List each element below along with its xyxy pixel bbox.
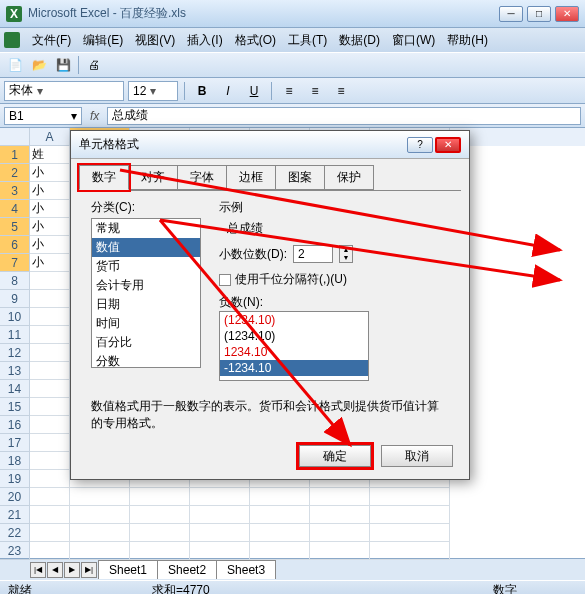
cell[interactable]: [30, 470, 70, 488]
category-listbox[interactable]: 常规数值货币会计专用日期时间百分比分数科学记数文本特殊自定义: [91, 218, 201, 368]
decimals-input[interactable]: 2: [293, 245, 333, 263]
thousands-checkbox[interactable]: 使用千位分隔符(,)(U): [219, 271, 449, 288]
cell[interactable]: [30, 290, 70, 308]
cell[interactable]: [190, 524, 250, 542]
cell[interactable]: [250, 506, 310, 524]
menu-item[interactable]: 文件(F): [26, 30, 77, 51]
cell[interactable]: [30, 524, 70, 542]
row-header[interactable]: 4: [0, 200, 30, 218]
menu-item[interactable]: 视图(V): [129, 30, 181, 51]
menu-item[interactable]: 帮助(H): [441, 30, 494, 51]
row-header[interactable]: 8: [0, 272, 30, 290]
sheet-tab[interactable]: Sheet3: [216, 560, 276, 579]
row-header[interactable]: 22: [0, 524, 30, 542]
underline-button[interactable]: U: [243, 81, 265, 101]
save-button[interactable]: 💾: [52, 55, 74, 75]
cancel-button[interactable]: 取消: [381, 445, 453, 467]
cell[interactable]: [250, 488, 310, 506]
minimize-button[interactable]: ─: [499, 6, 523, 22]
dialog-tab[interactable]: 图案: [275, 165, 325, 190]
dialog-tab[interactable]: 对齐: [128, 165, 178, 190]
print-button[interactable]: 🖨: [83, 55, 105, 75]
cell[interactable]: [370, 524, 450, 542]
category-item[interactable]: 日期: [92, 295, 200, 314]
cell[interactable]: [30, 434, 70, 452]
open-button[interactable]: 📂: [28, 55, 50, 75]
negative-format-item[interactable]: 1234.10: [220, 344, 368, 360]
new-button[interactable]: 📄: [4, 55, 26, 75]
row-header[interactable]: 23: [0, 542, 30, 560]
category-item[interactable]: 时间: [92, 314, 200, 333]
sheet-tab[interactable]: Sheet1: [98, 560, 158, 579]
ok-button[interactable]: 确定: [299, 445, 371, 467]
cell[interactable]: 小: [30, 218, 70, 236]
close-button[interactable]: ✕: [555, 6, 579, 22]
cell[interactable]: [30, 272, 70, 290]
row-header[interactable]: 5: [0, 218, 30, 236]
fx-icon[interactable]: fx: [90, 109, 99, 123]
cell[interactable]: [310, 542, 370, 560]
dialog-help-button[interactable]: ?: [407, 137, 433, 153]
cell[interactable]: [370, 488, 450, 506]
cell[interactable]: [250, 542, 310, 560]
cell[interactable]: 姓: [30, 146, 70, 164]
dialog-tab[interactable]: 字体: [177, 165, 227, 190]
cell[interactable]: [30, 308, 70, 326]
cell[interactable]: [30, 416, 70, 434]
cell[interactable]: [70, 506, 130, 524]
row-header[interactable]: 14: [0, 380, 30, 398]
font-size-combo[interactable]: 12▾: [128, 81, 178, 101]
row-header[interactable]: 20: [0, 488, 30, 506]
bold-button[interactable]: B: [191, 81, 213, 101]
negative-format-item[interactable]: (1234.10): [220, 328, 368, 344]
cell[interactable]: [370, 506, 450, 524]
dialog-tab[interactable]: 保护: [324, 165, 374, 190]
cell[interactable]: 小: [30, 164, 70, 182]
category-item[interactable]: 分数: [92, 352, 200, 368]
cell[interactable]: [130, 488, 190, 506]
row-header[interactable]: 10: [0, 308, 30, 326]
row-header[interactable]: 2: [0, 164, 30, 182]
align-center-button[interactable]: ≡: [304, 81, 326, 101]
cell[interactable]: [370, 542, 450, 560]
category-item[interactable]: 货币: [92, 257, 200, 276]
decimals-spinner[interactable]: ▲ ▼: [339, 245, 353, 263]
cell[interactable]: [30, 452, 70, 470]
negative-format-item[interactable]: -1234.10: [220, 360, 368, 376]
row-header[interactable]: 11: [0, 326, 30, 344]
cell[interactable]: [310, 524, 370, 542]
dialog-tab[interactable]: 边框: [226, 165, 276, 190]
align-left-button[interactable]: ≡: [278, 81, 300, 101]
cell[interactable]: [310, 488, 370, 506]
cell[interactable]: [130, 524, 190, 542]
cell[interactable]: [30, 488, 70, 506]
tab-nav-last[interactable]: ▶|: [81, 562, 97, 578]
category-item[interactable]: 百分比: [92, 333, 200, 352]
row-header[interactable]: 17: [0, 434, 30, 452]
row-header[interactable]: 7: [0, 254, 30, 272]
cell[interactable]: [190, 488, 250, 506]
menu-item[interactable]: 数据(D): [333, 30, 386, 51]
tab-nav-first[interactable]: |◀: [30, 562, 46, 578]
formula-input[interactable]: 总成绩: [107, 107, 581, 125]
tab-nav-prev[interactable]: ◀: [47, 562, 63, 578]
cell[interactable]: [130, 506, 190, 524]
row-header[interactable]: 16: [0, 416, 30, 434]
name-box[interactable]: B1 ▾: [4, 107, 82, 125]
cell[interactable]: [190, 506, 250, 524]
cell[interactable]: [70, 524, 130, 542]
row-header[interactable]: 12: [0, 344, 30, 362]
menu-item[interactable]: 工具(T): [282, 30, 333, 51]
cell[interactable]: [310, 506, 370, 524]
category-item[interactable]: 会计专用: [92, 276, 200, 295]
tab-nav-next[interactable]: ▶: [64, 562, 80, 578]
sheet-tab[interactable]: Sheet2: [157, 560, 217, 579]
cell[interactable]: [250, 524, 310, 542]
cell[interactable]: [30, 506, 70, 524]
cell[interactable]: [70, 542, 130, 560]
negative-format-item[interactable]: (1234.10): [220, 312, 368, 328]
menu-item[interactable]: 编辑(E): [77, 30, 129, 51]
row-header[interactable]: 13: [0, 362, 30, 380]
menu-item[interactable]: 插入(I): [181, 30, 228, 51]
cell[interactable]: [30, 380, 70, 398]
